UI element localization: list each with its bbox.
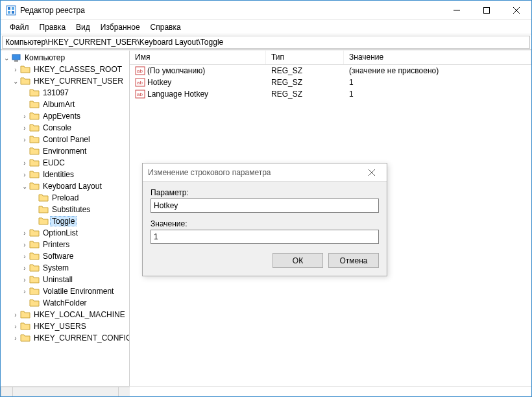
- svg-rect-1: [8, 7, 10, 10]
- tree-item[interactable]: ›Uninstall: [2, 274, 129, 285]
- expand-open-icon[interactable]: ⌄: [20, 182, 29, 191]
- dialog-titlebar[interactable]: Изменение строкового параметра: [143, 163, 387, 182]
- close-button[interactable]: [502, 1, 531, 20]
- svg-text:ab: ab: [137, 68, 143, 74]
- tree-label: Identities: [41, 169, 76, 180]
- expand-closed-icon[interactable]: ›: [11, 310, 20, 319]
- tree-hkcu[interactable]: ⌄HKEY_CURRENT_USER: [2, 75, 129, 87]
- expand-closed-icon[interactable]: ›: [11, 333, 20, 343]
- value-name: (По умолчанию): [147, 66, 205, 75]
- tree-item[interactable]: Substitutes: [2, 204, 129, 215]
- tree-item[interactable]: Environment: [2, 145, 129, 157]
- expand-closed-icon[interactable]: ›: [20, 263, 29, 272]
- col-value[interactable]: Значение: [344, 51, 531, 64]
- minimize-button[interactable]: [442, 1, 472, 20]
- tree-hkcr[interactable]: ›HKEY_CLASSES_ROOT: [2, 64, 129, 75]
- tree-hscroll[interactable]: [1, 387, 130, 396]
- tree-hkcc[interactable]: ›HKEY_CURRENT_CONFIG: [2, 332, 129, 344]
- value-data: 1: [344, 78, 531, 87]
- folder-icon: [38, 193, 49, 203]
- tree-item[interactable]: 131097: [2, 87, 129, 99]
- folder-icon: [29, 239, 40, 250]
- tree-item[interactable]: AlbumArt: [2, 99, 129, 110]
- expand-open-icon[interactable]: ⌄: [2, 53, 11, 62]
- svg-rect-2: [12, 7, 14, 10]
- col-type[interactable]: Тип: [266, 51, 344, 64]
- tree-item[interactable]: ›Volatile Environment: [2, 285, 129, 297]
- tree-item[interactable]: Toggle: [2, 215, 129, 227]
- tree-item[interactable]: Preload: [2, 192, 129, 204]
- folder-icon: [20, 333, 30, 343]
- expand-closed-icon[interactable]: ›: [20, 275, 29, 284]
- titlebar[interactable]: Редактор реестра: [1, 1, 531, 20]
- tree-label: EUDC: [41, 158, 67, 168]
- tree-label: Environment: [41, 146, 88, 156]
- list-row[interactable]: abHotkeyREG_SZ1: [130, 77, 531, 88]
- list-row[interactable]: ab(По умолчанию)REG_SZ(значение не присв…: [130, 65, 531, 77]
- maximize-button[interactable]: [472, 1, 502, 20]
- folder-icon: [29, 88, 40, 98]
- tree-item[interactable]: ›Software: [2, 250, 129, 262]
- tree-label: 131097: [41, 88, 71, 98]
- col-name[interactable]: Имя: [130, 51, 266, 64]
- expand-closed-icon[interactable]: ›: [20, 228, 29, 237]
- tree-label: AlbumArt: [41, 99, 77, 110]
- cancel-button[interactable]: Отмена: [328, 253, 379, 268]
- param-input[interactable]: [151, 198, 379, 213]
- dialog-title: Изменение строкового параметра: [148, 168, 362, 177]
- tree-label: Printers: [41, 239, 71, 250]
- expand-closed-icon[interactable]: ›: [20, 170, 29, 179]
- ok-button[interactable]: ОК: [272, 253, 323, 268]
- folder-icon: [29, 123, 40, 133]
- tree-root[interactable]: ⌄Компьютер: [2, 52, 129, 64]
- tree-hklm[interactable]: ›HKEY_LOCAL_MACHINE: [2, 309, 129, 320]
- address-input[interactable]: [2, 36, 530, 49]
- expand-closed-icon[interactable]: ›: [20, 112, 29, 121]
- tree-label: Volatile Environment: [41, 286, 115, 296]
- folder-icon: [29, 169, 40, 180]
- tree-hku[interactable]: ›HKEY_USERS: [2, 320, 129, 332]
- tree-item[interactable]: ›AppEvents: [2, 110, 129, 122]
- folder-icon: [29, 298, 40, 308]
- tree-label: WatchFolder: [41, 298, 89, 308]
- folder-icon: [29, 99, 40, 110]
- registry-tree[interactable]: ⌄Компьютер›HKEY_CLASSES_ROOT⌄HKEY_CURREN…: [1, 51, 130, 386]
- address-bar: [1, 34, 531, 50]
- expand-closed-icon[interactable]: ›: [20, 240, 29, 249]
- tree-item[interactable]: ›System: [2, 262, 129, 274]
- list-row[interactable]: abLanguage HotkeyREG_SZ1: [130, 88, 531, 100]
- expand-closed-icon[interactable]: ›: [20, 123, 29, 132]
- svg-rect-10: [14, 60, 18, 62]
- expand-closed-icon[interactable]: ›: [11, 65, 20, 74]
- value-type: REG_SZ: [266, 78, 344, 87]
- tree-item[interactable]: ›OptionList: [2, 227, 129, 239]
- tree-keyboard-layout[interactable]: ⌄Keyboard Layout: [2, 180, 129, 192]
- value-name: Hotkey: [147, 78, 171, 87]
- tree-item[interactable]: ›Console: [2, 122, 129, 134]
- window-title: Редактор реестра: [20, 6, 442, 15]
- menu-edit[interactable]: Правка: [34, 21, 71, 33]
- expand-open-icon[interactable]: ⌄: [11, 77, 20, 86]
- tree-item[interactable]: ›Printers: [2, 239, 129, 250]
- computer-icon: [11, 53, 21, 63]
- menu-favorites[interactable]: Избранное: [95, 21, 145, 33]
- list-header[interactable]: Имя Тип Значение: [130, 51, 531, 65]
- menu-help[interactable]: Справка: [145, 21, 186, 33]
- expand-closed-icon[interactable]: ›: [20, 135, 29, 144]
- tree-item[interactable]: ›Control Panel: [2, 134, 129, 145]
- value-input[interactable]: [151, 230, 379, 244]
- tree-item[interactable]: ›EUDC: [2, 157, 129, 169]
- tree-item[interactable]: WatchFolder: [2, 297, 129, 309]
- folder-icon: [29, 228, 40, 238]
- menu-view[interactable]: Вид: [71, 21, 95, 33]
- svg-rect-6: [484, 7, 490, 13]
- menu-file[interactable]: Файл: [5, 21, 34, 33]
- expand-closed-icon[interactable]: ›: [20, 287, 29, 296]
- folder-icon: [29, 263, 40, 273]
- expand-closed-icon[interactable]: ›: [11, 322, 20, 331]
- tree-item[interactable]: ›Identities: [2, 169, 129, 180]
- dialog-close-button[interactable]: [362, 166, 381, 179]
- folder-icon: [29, 181, 40, 191]
- expand-closed-icon[interactable]: ›: [20, 252, 29, 261]
- expand-closed-icon[interactable]: ›: [20, 158, 29, 167]
